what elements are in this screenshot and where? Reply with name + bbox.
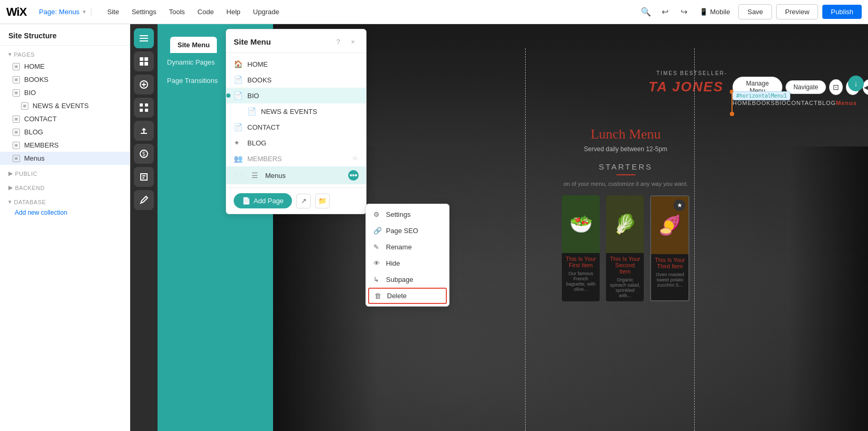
pages-chevron-icon: ▾ — [8, 51, 12, 58]
topbar: WiX Page: Menus ▼ Site Settings Tools Co… — [0, 0, 868, 24]
public-chevron-icon: ▶ — [8, 170, 13, 177]
sidebar-item-bio[interactable]: ▣ BIO — [0, 86, 130, 99]
svg-rect-5 — [140, 62, 143, 66]
topbar-actions: 🔍 ↩ ↪ 📱 Mobile Save Preview Publish — [639, 4, 862, 19]
sidebar-item-blog[interactable]: ▣ BLOG — [0, 125, 130, 139]
site-menu-tool[interactable] — [134, 28, 154, 48]
zoom-out-icon[interactable]: 🔍 — [639, 5, 653, 19]
upload-tool[interactable] — [134, 121, 154, 141]
menus-options-button[interactable]: ••• — [348, 170, 359, 181]
page-icon: ▣ — [13, 76, 20, 83]
popup-item-contact[interactable]: 📄 CONTACT — [226, 119, 366, 135]
sidebar-item-books[interactable]: ▣ BOOKS — [0, 73, 130, 86]
pen-tool[interactable] — [134, 190, 154, 210]
starters-label: STARTERS — [562, 162, 689, 171]
sidebar-item-members[interactable]: ▣ MEMBERS — [0, 139, 130, 152]
sidebar-item-menus[interactable]: ▣ Menus — [0, 152, 130, 165]
context-seo-label: Page SEO — [386, 227, 418, 235]
apps-tool[interactable] — [134, 98, 154, 118]
forest-trees-right — [789, 146, 868, 432]
add-collection-link[interactable]: Add new collection — [0, 207, 130, 218]
popup-footer: 📄 Add Page ↗ 📁 — [226, 187, 366, 214]
popup-help-button[interactable]: ? — [332, 36, 344, 47]
context-settings-label: Settings — [386, 211, 411, 218]
page-icon: ▣ — [13, 63, 20, 70]
sidebar-members-label: MEMBERS — [24, 141, 59, 149]
eye-hidden-icon: 👁 — [352, 155, 359, 163]
popup-item-menus[interactable]: ⋮⋮ ☰ Menus ••• — [226, 166, 366, 184]
context-page-seo[interactable]: 🔗 Page SEO — [366, 223, 449, 239]
add-element-tool[interactable] — [134, 51, 154, 71]
sidebar-item-contact[interactable]: ▣ CONTACT — [0, 112, 130, 125]
redo-icon[interactable]: ↪ — [676, 5, 691, 19]
popup-blog-label: BLOG — [247, 139, 359, 147]
pages-section[interactable]: ▾ Pages — [0, 46, 130, 60]
popup-item-home[interactable]: 🏠 HOME — [226, 56, 366, 72]
mobile-icon: 📱 — [699, 8, 708, 16]
add-page-icon: 📄 — [242, 197, 250, 205]
gear-icon: ⚙ — [373, 211, 382, 218]
nav-site[interactable]: Site — [102, 5, 124, 19]
blog-icon: ✦ — [234, 139, 242, 147]
context-settings[interactable]: ⚙ Settings — [366, 206, 449, 223]
undo-icon[interactable]: ↩ — [657, 5, 672, 19]
nav-blog: BLOG — [818, 100, 836, 106]
dollar-tool[interactable]: $ — [134, 144, 154, 164]
chevron-down-icon[interactable]: ▼ — [81, 9, 87, 15]
sidebar-title: Site Structure — [0, 24, 130, 46]
svg-rect-1 — [140, 38, 148, 39]
popup-close-button[interactable]: × — [347, 36, 359, 47]
preview-card-2: 🥬 This Is Your Second Item Organic spina… — [606, 195, 644, 301]
popup-title: Site Menu — [234, 37, 271, 46]
popup-menu-list: 🏠 HOME 📄 BOOKS 📄 BIO 📄 NEWS & EVENTS 📄 C… — [226, 53, 366, 187]
context-rename[interactable]: ✎ Rename — [366, 239, 449, 255]
svg-rect-10 — [140, 103, 143, 107]
sidebar-item-news[interactable]: ▣ NEWS & EVENTS — [0, 99, 130, 112]
publish-button[interactable]: Publish — [822, 5, 862, 19]
popup-members-label: MEMBERS — [247, 155, 347, 163]
popup-item-blog[interactable]: ✦ BLOG — [226, 135, 366, 151]
copy-icon[interactable]: ⊡ — [829, 79, 843, 95]
context-hide[interactable]: 👁 Hide — [366, 255, 449, 271]
context-delete[interactable]: 🗑 Delete — [368, 288, 447, 304]
blog-tool[interactable] — [134, 167, 154, 187]
share-button[interactable]: ↗ — [296, 194, 311, 208]
folder-button[interactable]: 📁 — [315, 194, 330, 208]
site-menu-tab[interactable]: Site Menu — [170, 37, 217, 53]
preview-button[interactable]: Preview — [776, 4, 818, 19]
add-page-button[interactable]: 📄 Add Page — [234, 193, 292, 208]
preview-title: TA JONES — [649, 79, 724, 95]
popup-item-bio[interactable]: 📄 BIO — [226, 88, 366, 103]
navigate-button[interactable]: Navigate — [786, 80, 826, 94]
popup-item-books[interactable]: 📄 BOOKS — [226, 72, 366, 88]
popup-item-news[interactable]: 📄 NEWS & EVENTS — [226, 103, 366, 119]
svg-rect-2 — [140, 40, 148, 41]
card1-image: 🥗 — [562, 195, 600, 253]
nav-code[interactable]: Code — [192, 5, 219, 19]
nav-settings[interactable]: Settings — [127, 5, 162, 19]
popup-menus-label: Menus — [265, 172, 343, 180]
pages-label: Pages — [14, 51, 35, 58]
nav-upgrade[interactable]: Upgrade — [248, 5, 285, 19]
public-section[interactable]: ▶ Public — [0, 165, 130, 179]
page-label[interactable]: Page: Menus ▼ — [35, 8, 91, 16]
save-button[interactable]: Save — [738, 4, 772, 19]
sidebar-item-home[interactable]: ▣ HOME — [0, 60, 130, 73]
nav-help[interactable]: Help — [221, 5, 246, 19]
preview-cards: 🥗 This Is Your First Item Our famous Fre… — [562, 195, 689, 301]
database-section[interactable]: ▾ Database — [0, 193, 130, 207]
add-section-tool[interactable] — [134, 75, 154, 94]
topbar-nav: Site Settings Tools Code Help Upgrade — [102, 5, 639, 19]
backend-section[interactable]: ▶ Backend — [0, 179, 130, 193]
context-subpage[interactable]: ↳ Subpage — [366, 271, 449, 288]
nav-tools[interactable]: Tools — [164, 5, 190, 19]
page-name: Menus — [59, 8, 79, 16]
card1-title: This Is Your First Item — [562, 253, 600, 271]
preview-subtitle: TIMES BESTSELLER- — [656, 70, 727, 76]
nav-books: BOOKS — [752, 100, 775, 106]
popup-item-members[interactable]: 👥 MEMBERS 👁 — [226, 151, 366, 166]
preview-card-1: 🥗 This Is Your First Item Our famous Fre… — [562, 195, 600, 301]
page-icon: ▣ — [13, 142, 20, 149]
mobile-button[interactable]: 📱 Mobile — [695, 6, 734, 18]
seo-icon: 🔗 — [373, 227, 382, 235]
